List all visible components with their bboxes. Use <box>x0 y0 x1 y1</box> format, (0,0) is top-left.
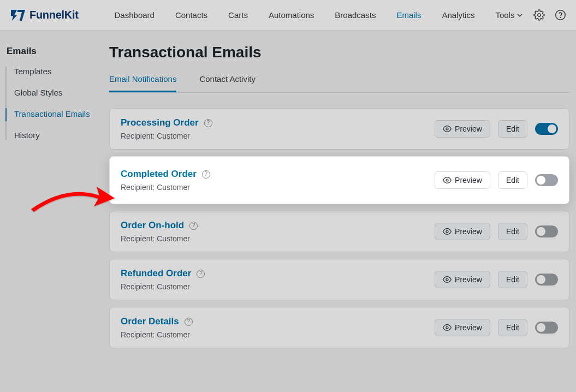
topnav-carts[interactable]: Carts <box>228 10 248 20</box>
card-subtitle: Recipient: Customer <box>121 234 198 243</box>
card-actions: PreviewEdit <box>435 319 558 336</box>
preview-label: Preview <box>455 227 482 236</box>
svg-point-5 <box>446 230 448 233</box>
card-actions: PreviewEdit <box>435 271 558 288</box>
topnav-analytics[interactable]: Analytics <box>442 10 474 20</box>
sidebar-item-global-styles[interactable]: Global Styles <box>14 88 109 97</box>
card-left: Order On-hold?Recipient: Customer <box>121 220 198 243</box>
svg-point-3 <box>446 128 448 130</box>
eye-icon <box>443 124 452 133</box>
card-title-row: Refunded Order? <box>121 268 205 279</box>
card-left: Completed Order?Recipient: Customer <box>121 169 210 192</box>
preview-button[interactable]: Preview <box>435 271 490 288</box>
card-actions: PreviewEdit <box>435 120 558 138</box>
help-icon[interactable] <box>555 9 566 21</box>
card-title-link[interactable]: Processing Order <box>121 117 199 128</box>
card-title-link[interactable]: Order Details <box>121 316 179 327</box>
toggle-knob <box>537 176 545 185</box>
info-icon[interactable]: ? <box>197 270 205 278</box>
sidebar-heading: Emails <box>4 46 109 67</box>
preview-button[interactable]: Preview <box>435 171 490 189</box>
topnav-tools[interactable]: Tools <box>495 10 523 20</box>
card-subtitle: Recipient: Customer <box>121 282 205 291</box>
sidebar: Emails Templates Global Styles Transacti… <box>0 31 109 392</box>
tab-email-notifications[interactable]: Email Notifications <box>109 74 176 92</box>
card-subtitle: Recipient: Customer <box>121 183 210 192</box>
card-title-link[interactable]: Completed Order <box>121 169 197 180</box>
enable-toggle[interactable] <box>535 174 558 186</box>
sidebar-item-transactional-emails[interactable]: Transactional Emails <box>14 109 109 118</box>
page-title: Transactional Emails <box>109 44 569 61</box>
email-card: Order Details?Recipient: CustomerPreview… <box>109 307 569 348</box>
topbar: FunnelKit Dashboard Contacts Carts Autom… <box>0 0 576 31</box>
card-actions: PreviewEdit <box>435 171 558 189</box>
topnav-tools-label: Tools <box>495 10 514 20</box>
edit-button[interactable]: Edit <box>498 120 527 138</box>
card-title-link[interactable]: Order On-hold <box>121 220 184 231</box>
topbar-right <box>533 9 566 21</box>
card-title-row: Completed Order? <box>121 169 210 180</box>
toggle-knob <box>548 124 556 133</box>
main: Transactional Emails Email Notifications… <box>109 31 576 392</box>
enable-toggle[interactable] <box>535 274 558 286</box>
info-icon[interactable]: ? <box>202 170 210 179</box>
cards: Processing Order?Recipient: CustomerPrev… <box>109 108 569 348</box>
sidebar-items: Templates Global Styles Transactional Em… <box>5 67 109 140</box>
info-icon[interactable]: ? <box>185 318 193 326</box>
enable-toggle[interactable] <box>535 123 558 135</box>
toggle-knob <box>537 227 545 236</box>
topnav-broadcasts[interactable]: Broadcasts <box>335 10 376 20</box>
topnav-emails[interactable]: Emails <box>396 10 421 20</box>
layout: Emails Templates Global Styles Transacti… <box>0 31 576 392</box>
toggle-knob <box>537 275 545 284</box>
settings-icon[interactable] <box>533 9 545 21</box>
tabs: Email Notifications Contact Activity <box>109 74 569 93</box>
topnav-contacts[interactable]: Contacts <box>175 10 207 20</box>
card-subtitle: Recipient: Customer <box>121 132 212 140</box>
logo[interactable]: FunnelKit <box>10 9 79 22</box>
svg-point-2 <box>560 17 561 17</box>
email-card: Order On-hold?Recipient: CustomerPreview… <box>109 211 569 252</box>
eye-icon <box>443 227 452 236</box>
sidebar-item-history[interactable]: History <box>14 130 109 140</box>
card-title-row: Processing Order? <box>121 117 212 128</box>
preview-button[interactable]: Preview <box>435 319 490 336</box>
edit-button[interactable]: Edit <box>498 223 527 240</box>
preview-label: Preview <box>455 176 482 185</box>
svg-point-6 <box>446 278 448 281</box>
topnav-automations[interactable]: Automations <box>269 10 314 20</box>
card-subtitle: Recipient: Customer <box>121 330 193 339</box>
enable-toggle[interactable] <box>535 225 558 237</box>
edit-button[interactable]: Edit <box>498 319 527 336</box>
card-left: Processing Order?Recipient: Customer <box>121 117 212 140</box>
card-title-row: Order Details? <box>121 316 193 327</box>
eye-icon <box>443 323 452 332</box>
email-card: Processing Order?Recipient: CustomerPrev… <box>109 108 569 150</box>
topnav-dashboard[interactable]: Dashboard <box>115 10 155 20</box>
eye-icon <box>443 275 452 284</box>
preview-label: Preview <box>455 275 482 284</box>
edit-button[interactable]: Edit <box>498 171 527 189</box>
topnav: Dashboard Contacts Carts Automations Bro… <box>115 10 524 20</box>
card-left: Order Details?Recipient: Customer <box>121 316 193 339</box>
svg-point-1 <box>556 10 566 20</box>
toggle-knob <box>537 323 545 332</box>
tab-contact-activity[interactable]: Contact Activity <box>199 74 256 92</box>
preview-label: Preview <box>455 323 482 332</box>
svg-point-7 <box>446 326 448 329</box>
card-actions: PreviewEdit <box>435 223 558 240</box>
svg-point-4 <box>446 179 448 181</box>
sidebar-item-templates[interactable]: Templates <box>14 67 109 76</box>
info-icon[interactable]: ? <box>189 222 198 230</box>
edit-button[interactable]: Edit <box>498 271 527 288</box>
card-title-link[interactable]: Refunded Order <box>121 268 191 279</box>
card-title-row: Order On-hold? <box>121 220 198 231</box>
email-card: Refunded Order?Recipient: CustomerPrevie… <box>109 259 569 300</box>
info-icon[interactable]: ? <box>204 119 212 127</box>
preview-button[interactable]: Preview <box>435 120 490 138</box>
eye-icon <box>443 176 452 185</box>
svg-point-0 <box>538 14 541 16</box>
preview-button[interactable]: Preview <box>435 223 490 240</box>
preview-label: Preview <box>455 124 482 133</box>
enable-toggle[interactable] <box>535 322 558 334</box>
